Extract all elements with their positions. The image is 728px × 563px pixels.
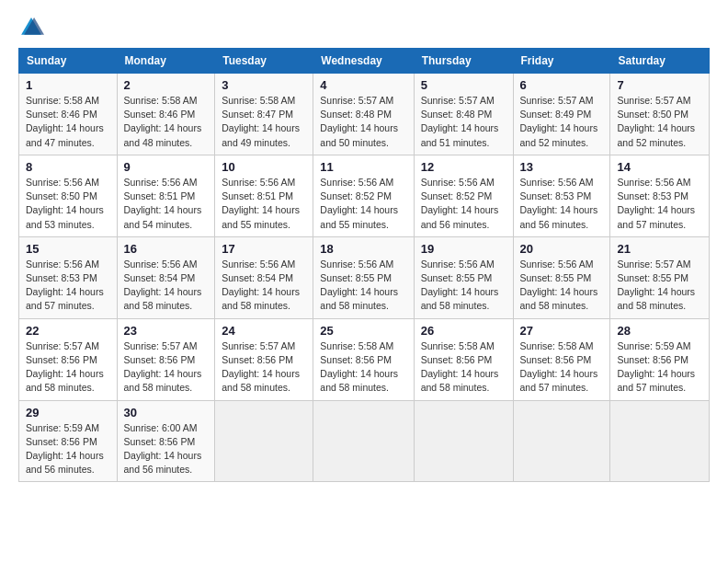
day-cell: 30Sunrise: 6:00 AM Sunset: 8:56 PM Dayli… bbox=[117, 400, 215, 482]
day-cell: 29Sunrise: 5:59 AM Sunset: 8:56 PM Dayli… bbox=[19, 400, 118, 482]
page: SundayMondayTuesdayWednesdayThursdayFrid… bbox=[0, 0, 728, 563]
day-detail: Sunrise: 5:56 AM Sunset: 8:53 PM Dayligh… bbox=[520, 176, 604, 232]
col-header-saturday: Saturday bbox=[610, 49, 710, 74]
day-cell: 5Sunrise: 5:57 AM Sunset: 8:48 PM Daylig… bbox=[414, 74, 513, 155]
day-cell: 24Sunrise: 5:57 AM Sunset: 8:56 PM Dayli… bbox=[215, 318, 313, 400]
week-row-2: 8Sunrise: 5:56 AM Sunset: 8:50 PM Daylig… bbox=[19, 155, 710, 236]
day-number: 10 bbox=[222, 160, 306, 174]
day-cell bbox=[313, 400, 414, 482]
day-detail: Sunrise: 5:57 AM Sunset: 8:48 PM Dayligh… bbox=[421, 94, 506, 150]
day-cell: 10Sunrise: 5:56 AM Sunset: 8:51 PM Dayli… bbox=[215, 155, 313, 236]
day-detail: Sunrise: 5:56 AM Sunset: 8:50 PM Dayligh… bbox=[26, 176, 110, 232]
calendar-table: SundayMondayTuesdayWednesdayThursdayFrid… bbox=[18, 48, 710, 482]
day-cell: 27Sunrise: 5:58 AM Sunset: 8:56 PM Dayli… bbox=[513, 318, 610, 400]
day-cell: 26Sunrise: 5:58 AM Sunset: 8:56 PM Dayli… bbox=[414, 318, 513, 400]
week-row-4: 22Sunrise: 5:57 AM Sunset: 8:56 PM Dayli… bbox=[19, 318, 710, 400]
day-number: 15 bbox=[26, 242, 110, 256]
day-cell: 23Sunrise: 5:57 AM Sunset: 8:56 PM Dayli… bbox=[117, 318, 215, 400]
day-detail: Sunrise: 5:56 AM Sunset: 8:54 PM Dayligh… bbox=[124, 258, 209, 314]
day-cell: 14Sunrise: 5:56 AM Sunset: 8:53 PM Dayli… bbox=[610, 155, 710, 236]
day-detail: Sunrise: 5:58 AM Sunset: 8:56 PM Dayligh… bbox=[320, 339, 406, 396]
day-detail: Sunrise: 5:58 AM Sunset: 8:47 PM Dayligh… bbox=[222, 94, 306, 150]
day-number: 7 bbox=[617, 78, 702, 92]
day-number: 9 bbox=[124, 160, 209, 174]
day-number: 1 bbox=[26, 78, 110, 92]
day-cell bbox=[414, 400, 513, 482]
day-detail: Sunrise: 5:59 AM Sunset: 8:56 PM Dayligh… bbox=[617, 339, 702, 396]
day-number: 14 bbox=[617, 160, 702, 174]
week-row-3: 15Sunrise: 5:56 AM Sunset: 8:53 PM Dayli… bbox=[19, 236, 710, 318]
day-cell: 25Sunrise: 5:58 AM Sunset: 8:56 PM Dayli… bbox=[313, 318, 414, 400]
day-number: 16 bbox=[124, 242, 209, 256]
day-detail: Sunrise: 5:58 AM Sunset: 8:56 PM Dayligh… bbox=[520, 339, 604, 396]
day-number: 2 bbox=[124, 78, 209, 92]
col-header-tuesday: Tuesday bbox=[215, 49, 313, 74]
day-number: 3 bbox=[222, 78, 306, 92]
day-cell: 18Sunrise: 5:56 AM Sunset: 8:55 PM Dayli… bbox=[313, 236, 414, 318]
day-number: 22 bbox=[26, 324, 110, 338]
day-number: 13 bbox=[520, 160, 604, 174]
logo-icon bbox=[18, 15, 44, 40]
day-number: 11 bbox=[320, 160, 406, 174]
day-detail: Sunrise: 5:56 AM Sunset: 8:53 PM Dayligh… bbox=[617, 176, 702, 232]
day-cell: 6Sunrise: 5:57 AM Sunset: 8:49 PM Daylig… bbox=[513, 74, 610, 155]
day-cell: 28Sunrise: 5:59 AM Sunset: 8:56 PM Dayli… bbox=[610, 318, 710, 400]
day-detail: Sunrise: 5:56 AM Sunset: 8:52 PM Dayligh… bbox=[421, 176, 506, 232]
day-cell bbox=[513, 400, 610, 482]
day-number: 28 bbox=[617, 324, 702, 338]
day-detail: Sunrise: 5:56 AM Sunset: 8:53 PM Dayligh… bbox=[26, 258, 110, 314]
day-number: 30 bbox=[124, 406, 209, 419]
day-detail: Sunrise: 5:57 AM Sunset: 8:48 PM Dayligh… bbox=[320, 94, 406, 150]
day-cell: 3Sunrise: 5:58 AM Sunset: 8:47 PM Daylig… bbox=[215, 74, 313, 155]
day-number: 17 bbox=[222, 242, 306, 256]
day-number: 5 bbox=[421, 78, 506, 92]
day-number: 25 bbox=[320, 324, 406, 338]
day-cell: 13Sunrise: 5:56 AM Sunset: 8:53 PM Dayli… bbox=[513, 155, 610, 236]
day-number: 23 bbox=[124, 324, 209, 338]
day-number: 4 bbox=[320, 78, 406, 92]
day-number: 27 bbox=[520, 324, 604, 338]
header bbox=[18, 15, 710, 40]
day-cell: 12Sunrise: 5:56 AM Sunset: 8:52 PM Dayli… bbox=[414, 155, 513, 236]
day-detail: Sunrise: 5:59 AM Sunset: 8:56 PM Dayligh… bbox=[26, 421, 110, 477]
day-detail: Sunrise: 5:57 AM Sunset: 8:56 PM Dayligh… bbox=[222, 339, 306, 396]
day-cell: 11Sunrise: 5:56 AM Sunset: 8:52 PM Dayli… bbox=[313, 155, 414, 236]
day-cell: 20Sunrise: 5:56 AM Sunset: 8:55 PM Dayli… bbox=[513, 236, 610, 318]
day-cell: 16Sunrise: 5:56 AM Sunset: 8:54 PM Dayli… bbox=[117, 236, 215, 318]
day-cell: 19Sunrise: 5:56 AM Sunset: 8:55 PM Dayli… bbox=[414, 236, 513, 318]
day-number: 21 bbox=[617, 242, 702, 256]
day-cell: 21Sunrise: 5:57 AM Sunset: 8:55 PM Dayli… bbox=[610, 236, 710, 318]
logo bbox=[18, 15, 48, 40]
day-cell: 15Sunrise: 5:56 AM Sunset: 8:53 PM Dayli… bbox=[19, 236, 118, 318]
day-detail: Sunrise: 5:56 AM Sunset: 8:54 PM Dayligh… bbox=[222, 258, 306, 314]
day-cell: 4Sunrise: 5:57 AM Sunset: 8:48 PM Daylig… bbox=[313, 74, 414, 155]
day-detail: Sunrise: 6:00 AM Sunset: 8:56 PM Dayligh… bbox=[124, 421, 209, 477]
day-cell: 17Sunrise: 5:56 AM Sunset: 8:54 PM Dayli… bbox=[215, 236, 313, 318]
day-cell: 7Sunrise: 5:57 AM Sunset: 8:50 PM Daylig… bbox=[610, 74, 710, 155]
day-detail: Sunrise: 5:56 AM Sunset: 8:51 PM Dayligh… bbox=[124, 176, 209, 232]
day-number: 12 bbox=[421, 160, 506, 174]
day-detail: Sunrise: 5:57 AM Sunset: 8:55 PM Dayligh… bbox=[617, 258, 702, 314]
day-detail: Sunrise: 5:56 AM Sunset: 8:55 PM Dayligh… bbox=[421, 258, 506, 314]
day-number: 8 bbox=[26, 160, 110, 174]
day-detail: Sunrise: 5:58 AM Sunset: 8:46 PM Dayligh… bbox=[124, 94, 209, 150]
day-cell bbox=[610, 400, 710, 482]
day-detail: Sunrise: 5:56 AM Sunset: 8:55 PM Dayligh… bbox=[520, 258, 604, 314]
day-cell: 8Sunrise: 5:56 AM Sunset: 8:50 PM Daylig… bbox=[19, 155, 118, 236]
day-detail: Sunrise: 5:58 AM Sunset: 8:46 PM Dayligh… bbox=[26, 94, 110, 150]
day-cell: 1Sunrise: 5:58 AM Sunset: 8:46 PM Daylig… bbox=[19, 74, 118, 155]
day-cell: 2Sunrise: 5:58 AM Sunset: 8:46 PM Daylig… bbox=[117, 74, 215, 155]
day-number: 6 bbox=[520, 78, 604, 92]
day-number: 18 bbox=[320, 242, 406, 256]
day-number: 29 bbox=[26, 406, 110, 419]
day-number: 19 bbox=[421, 242, 506, 256]
day-detail: Sunrise: 5:57 AM Sunset: 8:56 PM Dayligh… bbox=[124, 339, 209, 396]
day-cell: 9Sunrise: 5:56 AM Sunset: 8:51 PM Daylig… bbox=[117, 155, 215, 236]
day-number: 24 bbox=[222, 324, 306, 338]
day-detail: Sunrise: 5:56 AM Sunset: 8:52 PM Dayligh… bbox=[320, 176, 406, 232]
col-header-sunday: Sunday bbox=[19, 49, 118, 74]
col-header-monday: Monday bbox=[117, 49, 215, 74]
calendar-header-row: SundayMondayTuesdayWednesdayThursdayFrid… bbox=[19, 49, 710, 74]
day-number: 26 bbox=[421, 324, 506, 338]
day-detail: Sunrise: 5:58 AM Sunset: 8:56 PM Dayligh… bbox=[421, 339, 506, 396]
